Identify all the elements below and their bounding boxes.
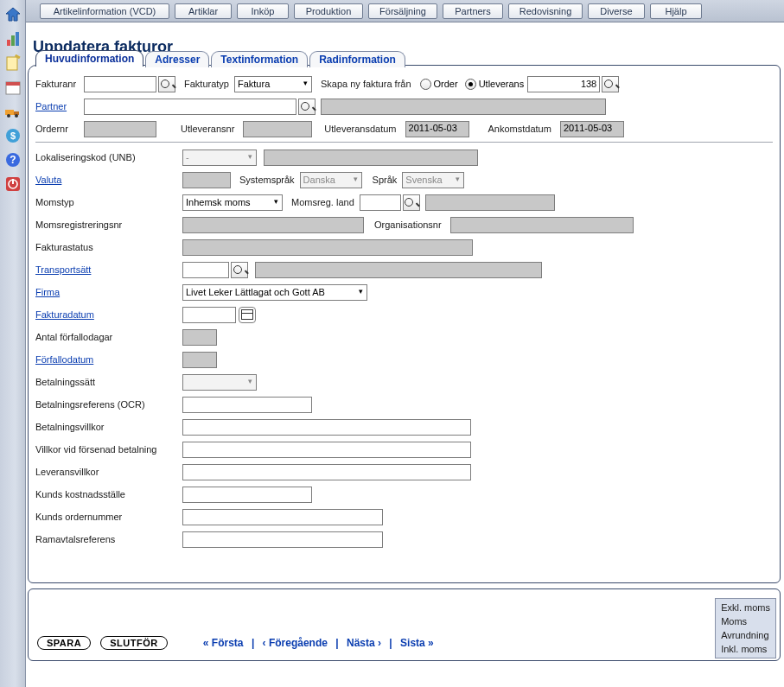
- moms-exkl: Exkl. moms: [721, 601, 770, 614]
- fakturadatum-input[interactable]: [182, 307, 236, 323]
- note-icon[interactable]: [3, 54, 22, 73]
- calendar-icon[interactable]: [3, 78, 22, 97]
- momstyp-select[interactable]: Inhemsk moms: [182, 194, 283, 211]
- nav-forsaljning[interactable]: Försäljning: [368, 3, 437, 19]
- moms-moms: Moms: [721, 614, 770, 628]
- svg-rect-1: [7, 40, 10, 46]
- chart-icon[interactable]: [3, 29, 22, 48]
- kunds-kostn-label: Kunds kostnadsställe: [35, 489, 182, 499]
- ramavtal-input[interactable]: [182, 531, 383, 548]
- fakturatyp-label: Fakturatyp: [184, 79, 234, 89]
- antal-forf-label: Antal förfallodagar: [35, 332, 182, 342]
- forfallodatum-readonly: [182, 352, 217, 368]
- partner-search-icon[interactable]: [298, 99, 316, 115]
- utleveransnr-readonly: [243, 121, 312, 137]
- nav-redovisning[interactable]: Redovisning: [508, 3, 583, 19]
- transportsatt-input[interactable]: [182, 262, 229, 278]
- nav-diverse[interactable]: Diverse: [588, 3, 645, 19]
- svg-rect-3: [16, 32, 19, 46]
- leveransvillkor-label: Leveransvillkor: [35, 467, 182, 477]
- nav-inkop[interactable]: Inköp: [237, 3, 289, 19]
- momsreg-land-input[interactable]: [360, 194, 401, 211]
- betalningsvillkor-input[interactable]: [182, 419, 471, 436]
- pager-first[interactable]: « Första: [201, 637, 246, 649]
- orgnr-readonly: [450, 217, 634, 233]
- orgnr-label: Organisationsnr: [374, 219, 447, 230]
- ankomstdatum-readonly: 2011-05-03: [560, 121, 624, 137]
- svg-rect-2: [11, 35, 15, 46]
- partner-label[interactable]: Partner: [35, 101, 84, 111]
- svg-marker-0: [6, 8, 20, 21]
- partner-input[interactable]: [84, 99, 296, 115]
- truck-icon[interactable]: [3, 102, 22, 121]
- home-icon[interactable]: [3, 5, 22, 24]
- svg-rect-4: [7, 57, 17, 70]
- tab-row: Huvudinformation Adresser Textinformatio…: [35, 50, 407, 67]
- pager-last[interactable]: Sista »: [398, 637, 437, 649]
- utleverans-input[interactable]: [527, 76, 600, 92]
- radio-utleverans-label: Utleverans: [479, 79, 525, 89]
- svg-point-10: [7, 114, 10, 118]
- fakturanr-search-icon[interactable]: [158, 76, 175, 92]
- momsreg-nr-readonly: [182, 217, 364, 233]
- currency-icon[interactable]: $: [3, 126, 22, 145]
- tab-adresser[interactable]: Adresser: [145, 51, 209, 67]
- momstyp-label: Momstyp: [35, 197, 182, 207]
- nav-partners[interactable]: Partners: [443, 3, 503, 19]
- fakturatyp-select[interactable]: Faktura: [234, 76, 312, 92]
- transportsatt-label[interactable]: Transportsätt: [35, 264, 182, 275]
- betalningssatt-select: [182, 374, 257, 391]
- help-icon[interactable]: ?: [3, 150, 22, 169]
- pager-prev[interactable]: ‹ Föregående: [260, 637, 330, 649]
- firma-label[interactable]: Firma: [35, 287, 182, 297]
- skapa-label: Skapa ny faktura från: [321, 79, 417, 89]
- radio-utleverans[interactable]: Utleverans: [465, 79, 525, 90]
- forfallodatum-label[interactable]: Förfallodatum: [35, 354, 182, 365]
- sprak-label: Språk: [373, 175, 403, 185]
- valuta-label[interactable]: Valuta: [35, 175, 182, 185]
- momsreg-land-search-icon[interactable]: [403, 194, 420, 211]
- tab-radinformation[interactable]: Radinformation: [309, 51, 405, 67]
- pager: « Första | ‹ Föregående | Nästa › | Sist…: [201, 637, 437, 649]
- ordernr-label: Ordernr: [35, 124, 84, 134]
- nav-produktion[interactable]: Produktion: [294, 3, 363, 19]
- svg-rect-8: [5, 110, 14, 115]
- utleverans-search-icon[interactable]: [602, 76, 619, 92]
- nav-artiklar[interactable]: Artiklar: [175, 3, 232, 19]
- moms-avrundning: Avrundning: [721, 628, 770, 642]
- finish-button[interactable]: SLUTFÖR: [100, 636, 167, 650]
- tab-huvudinformation[interactable]: Huvudinformation: [35, 50, 143, 67]
- nav-artikelinfo[interactable]: Artikelinformation (VCD): [40, 3, 169, 19]
- fakturadatum-label[interactable]: Fakturadatum: [35, 309, 182, 320]
- systemsprak-label: Systemspråk: [239, 175, 300, 185]
- ankomstdatum-label: Ankomstdatum: [488, 124, 557, 134]
- ordernr-readonly: [84, 121, 156, 137]
- fakturastatus-readonly: [182, 239, 473, 256]
- antal-forf-readonly: [182, 329, 217, 346]
- villkor-forsenad-input[interactable]: [182, 442, 471, 458]
- fakturadatum-calendar-icon[interactable]: [239, 307, 256, 323]
- moms-inkl: Inkl. moms: [721, 642, 770, 656]
- firma-select[interactable]: Livet Leker Lättlagat och Gott AB: [182, 284, 367, 301]
- svg-text:?: ?: [10, 154, 16, 166]
- power-icon[interactable]: [3, 175, 22, 194]
- nav-hjalp[interactable]: Hjälp: [650, 3, 702, 19]
- fakturanr-input[interactable]: [84, 76, 156, 92]
- betalningsref-input[interactable]: [182, 397, 312, 413]
- leveransvillkor-input[interactable]: [182, 464, 471, 480]
- radio-order[interactable]: Order: [420, 79, 458, 90]
- pager-next[interactable]: Nästa ›: [344, 637, 384, 649]
- transportsatt-readonly: [255, 262, 542, 278]
- betalningsvillkor-label: Betalningsvillkor: [35, 422, 182, 432]
- transportsatt-search-icon[interactable]: [231, 262, 248, 278]
- valuta-readonly: [182, 172, 231, 188]
- momsreg-land-readonly: [425, 194, 555, 211]
- ramavtal-label: Ramavtalsreferens: [35, 534, 182, 544]
- save-button[interactable]: SPARA: [37, 636, 91, 650]
- tab-textinformation[interactable]: Textinformation: [211, 51, 308, 67]
- fakturanr-label: Fakturanr: [35, 79, 84, 89]
- svg-text:$: $: [10, 130, 15, 141]
- kunds-kostn-input[interactable]: [182, 487, 312, 503]
- betalningssatt-label: Betalningssätt: [35, 377, 182, 387]
- kunds-ordernr-input[interactable]: [182, 509, 383, 525]
